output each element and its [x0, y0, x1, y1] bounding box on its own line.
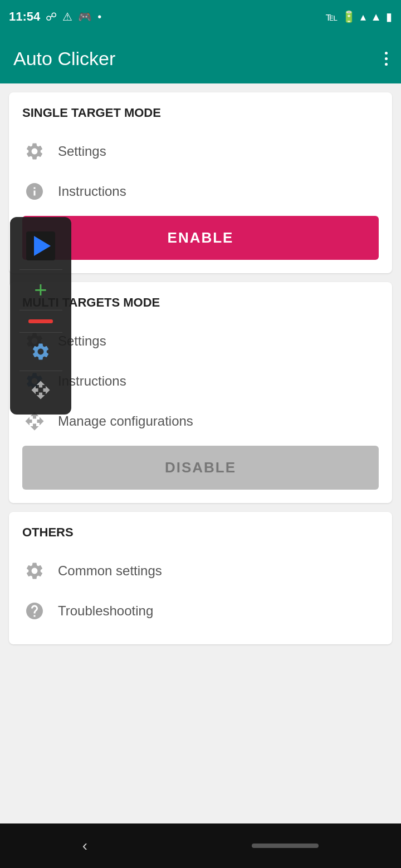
toolbar-play-button[interactable] [10, 225, 71, 267]
enable-button[interactable]: ENABLE [22, 216, 379, 260]
warning-icon: ⚠ [62, 10, 72, 23]
wifi-icon: ▴ [360, 10, 366, 23]
plus-icon: + [34, 279, 47, 301]
app-bar: Auto Clicker [0, 33, 401, 83]
common-settings-item[interactable]: Common settings [22, 551, 379, 591]
toolbar-add-button[interactable]: + [10, 272, 71, 308]
common-settings-label: Common settings [58, 563, 162, 579]
signal-icon: ▲ [370, 11, 382, 23]
single-settings-icon [22, 139, 47, 164]
app-title: Auto Clicker [13, 48, 115, 70]
home-indicator[interactable] [252, 844, 319, 848]
toolbar-settings-icon [31, 342, 51, 362]
more-options-button[interactable] [385, 52, 388, 66]
status-bar: 11:54 ☍ ⚠ 🎮 • ℡ 🔋 ▴ ▲ ▮ [0, 0, 401, 33]
multi-settings-item[interactable]: Settings [22, 321, 379, 361]
single-instructions-item[interactable]: Instructions [22, 171, 379, 211]
toolbar-settings-button[interactable] [10, 335, 71, 368]
message-icon: ☍ [46, 10, 57, 23]
others-card: OTHERS Common settings Troubleshooting [9, 512, 392, 644]
floating-toolbar: + [10, 217, 71, 415]
others-title: OTHERS [22, 525, 379, 540]
battery-icon: ▮ [386, 10, 392, 23]
dot-icon: • [97, 11, 101, 23]
single-settings-item[interactable]: Settings [22, 131, 379, 171]
move-icon [31, 380, 51, 400]
troubleshooting-item[interactable]: Troubleshooting [22, 591, 379, 631]
back-button[interactable]: ‹ [82, 837, 87, 855]
single-instructions-label: Instructions [58, 184, 126, 199]
multi-targets-mode-title: MULTI TARGETS MODE [22, 295, 379, 310]
game-icon: 🎮 [78, 10, 92, 23]
multi-instructions-item[interactable]: Instructions [22, 361, 379, 401]
toolbar-move-button[interactable] [10, 373, 71, 407]
troubleshooting-label: Troubleshooting [58, 603, 153, 619]
status-right: ℡ 🔋 ▴ ▲ ▮ [326, 10, 392, 23]
status-time: 11:54 [9, 9, 40, 24]
disable-button[interactable]: DISABLE [22, 446, 379, 490]
toolbar-remove-button[interactable] [10, 313, 71, 330]
vibrate-icon: 🔋 [342, 10, 356, 23]
single-target-mode-title: SINGLE TARGET MODE [22, 106, 379, 120]
minus-icon [28, 319, 53, 323]
bottom-navigation: ‹ [0, 823, 401, 868]
single-settings-label: Settings [58, 144, 106, 159]
manage-configurations-item[interactable]: Manage configurations [22, 401, 379, 441]
bluetooth-icon: ℡ [326, 10, 338, 23]
manage-configurations-label: Manage configurations [58, 413, 193, 429]
status-left: 11:54 ☍ ⚠ 🎮 • [9, 9, 101, 24]
single-instructions-icon [22, 179, 47, 204]
play-icon [34, 236, 51, 256]
troubleshooting-icon [22, 599, 47, 623]
common-settings-icon [22, 559, 47, 583]
